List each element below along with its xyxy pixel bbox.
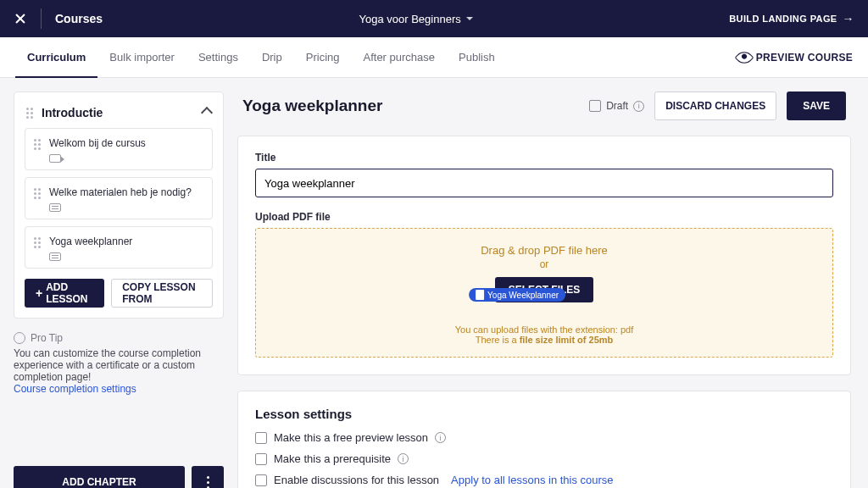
course-selector[interactable]: Yoga voor Beginners (103, 13, 729, 25)
list-item[interactable]: Welkom bij de cursus (25, 128, 213, 170)
drag-file-chip: Yoga Weekplanner (469, 288, 565, 302)
protip-heading: Pro Tip (31, 332, 63, 344)
discussions-checkbox[interactable] (255, 474, 267, 486)
build-label: BUILD LANDING PAGE (729, 14, 837, 24)
info-icon[interactable]: i (398, 453, 409, 464)
lesson-name: Yoga weekplanner (49, 236, 203, 247)
text-icon (49, 203, 61, 212)
course-name: Yoga voor Beginners (359, 13, 461, 25)
arrow-right-icon: → (843, 12, 854, 25)
drag-handle-icon[interactable] (26, 108, 35, 119)
tab-drip[interactable]: Drip (250, 37, 294, 78)
info-icon[interactable]: i (435, 432, 446, 443)
title-input[interactable] (255, 169, 833, 197)
chip-label: Yoga Weekplanner (487, 291, 559, 300)
plus-icon: + (36, 286, 42, 300)
preview-course-button[interactable]: PREVIEW COURSE (737, 51, 853, 64)
editor-panel: Title Upload PDF file Drag & drop PDF fi… (237, 136, 851, 375)
tab-publish[interactable]: Publish (447, 37, 507, 78)
prerequisite-label: Make this a prerequisite (274, 452, 391, 465)
divider (41, 8, 42, 29)
save-button[interactable]: SAVE (787, 92, 846, 120)
chapter-toggle[interactable]: Introductie (25, 103, 213, 128)
page-title: Yoga weekplanner (242, 97, 382, 115)
chapter-title: Introductie (42, 106, 196, 119)
upload-dropzone[interactable]: Drag & drop PDF file here or SELECT FILE… (255, 228, 833, 358)
video-icon (49, 154, 61, 163)
drag-handle-icon[interactable] (34, 188, 42, 212)
prerequisite-checkbox[interactable] (255, 453, 267, 465)
draft-toggle[interactable]: Draft i (589, 100, 644, 112)
tab-after-purchase[interactable]: After purchase (352, 37, 448, 78)
build-landing-page-button[interactable]: BUILD LANDING PAGE → (729, 12, 854, 25)
chevron-down-icon (466, 17, 473, 20)
close-icon[interactable] (14, 12, 27, 25)
discard-button[interactable]: DISCARD CHANGES (654, 92, 776, 120)
checkbox-icon[interactable] (589, 100, 601, 112)
draft-label: Draft (606, 100, 628, 112)
chevron-up-icon (201, 107, 213, 119)
extension-note: You can upload files with the extension:… (266, 324, 822, 335)
tab-curriculum[interactable]: Curriculum (15, 37, 97, 78)
tab-bulk-importer[interactable]: Bulk importer (97, 37, 186, 78)
breadcrumb[interactable]: Courses (55, 12, 103, 25)
drag-handle-icon[interactable] (34, 139, 42, 163)
gear-icon (14, 332, 25, 344)
settings-heading: Lesson settings (255, 407, 833, 421)
protip-body: You can customize the course completion … (14, 347, 224, 383)
discussions-label: Enable discussions for this lesson (274, 474, 439, 486)
eye-icon (734, 47, 754, 67)
dropzone-or: or (266, 258, 822, 270)
copy-lesson-button[interactable]: COPY LESSON FROM (111, 279, 213, 308)
lesson-name: Welkom bij de cursus (49, 137, 203, 149)
tab-pricing[interactable]: Pricing (294, 37, 352, 78)
chapter-options-button[interactable] (192, 466, 224, 488)
course-completion-link[interactable]: Course completion settings (14, 383, 136, 395)
list-item[interactable]: Welke materialen heb je nodig? (25, 177, 213, 219)
apply-all-link[interactable]: Apply to all lessons in this course (451, 474, 613, 486)
dropzone-text: Drag & drop PDF file here (266, 244, 822, 257)
lesson-settings-panel: Lesson settings Make this a free preview… (237, 391, 851, 488)
size-note: There is a file size limit of 25mb (266, 335, 822, 345)
chapter-card: Introductie Welkom bij de cursus Welke m… (14, 92, 224, 319)
document-icon (476, 290, 484, 300)
list-item[interactable]: Yoga weekplanner (25, 226, 213, 269)
free-preview-checkbox[interactable] (255, 432, 267, 444)
drag-handle-icon[interactable] (34, 237, 42, 261)
title-label: Title (255, 152, 833, 164)
preview-label: PREVIEW COURSE (756, 52, 853, 64)
upload-label: Upload PDF file (255, 211, 833, 223)
pro-tip: Pro Tip You can customize the course com… (14, 332, 224, 395)
lesson-name: Welke materialen heb je nodig? (49, 186, 203, 198)
add-chapter-button[interactable]: ADD CHAPTER (14, 466, 185, 488)
add-lesson-label: ADD LESSON (46, 281, 93, 305)
info-icon[interactable]: i (633, 101, 644, 112)
free-preview-label: Make this a free preview lesson (274, 431, 428, 444)
add-lesson-button[interactable]: +ADD LESSON (25, 279, 104, 308)
tab-settings[interactable]: Settings (186, 37, 250, 78)
pdf-icon (49, 252, 61, 261)
